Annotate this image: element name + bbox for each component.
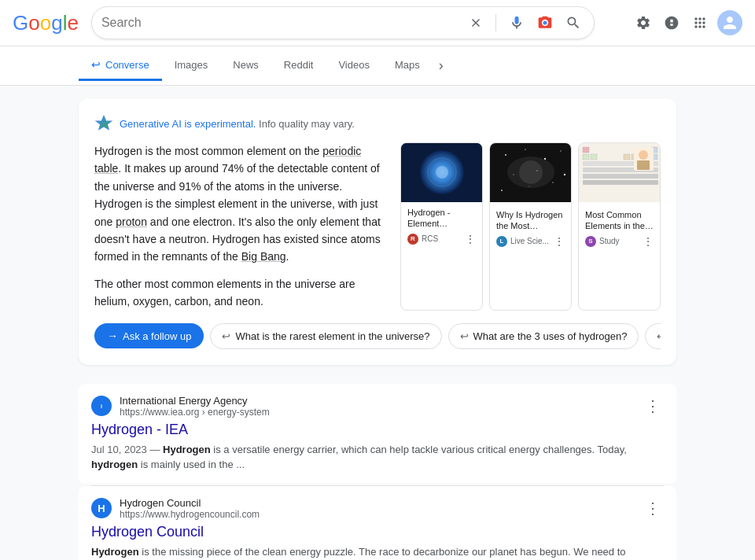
site-name-iea: International Energy Agency xyxy=(120,395,634,407)
result-item-hydrogen-council: H Hydrogen Council https://www.hydrogenc… xyxy=(79,486,676,560)
settings-button[interactable] xyxy=(632,12,654,34)
tab-maps-label: Maps xyxy=(395,59,420,71)
svg-text:i: i xyxy=(101,403,102,410)
ai-image-source-2: S Study ⋮ xyxy=(585,235,654,248)
svg-point-11 xyxy=(560,150,561,151)
apps-button[interactable] xyxy=(689,12,711,34)
source-menu-0[interactable]: ⋮ xyxy=(465,233,476,245)
svg-rect-32 xyxy=(583,174,658,179)
suggestion-2[interactable]: ↩ What are the 3 m xyxy=(645,323,661,349)
search-divider xyxy=(495,14,496,31)
ai-image-title-2: Most Common Elements in the Universe & o… xyxy=(585,209,654,232)
source-menu-1[interactable]: ⋮ xyxy=(554,235,565,248)
google-logo[interactable]: Google xyxy=(13,11,79,35)
proton-link[interactable]: proton xyxy=(116,216,147,228)
tab-reddit[interactable]: Reddit xyxy=(271,51,326,81)
svg-point-6 xyxy=(436,166,448,179)
ai-image-info-0: Hydrogen - Element information, p... R R… xyxy=(401,202,482,250)
google-search-button[interactable] xyxy=(562,12,584,34)
ai-text: Hydrogen is the most common element on t… xyxy=(94,142,385,311)
tab-converse-label: Converse xyxy=(105,59,149,71)
header-right xyxy=(632,10,742,35)
clear-button[interactable] xyxy=(466,13,486,33)
ai-spark-icon xyxy=(94,114,113,133)
result-source-info-hc: Hydrogen Council https://www.hydrogencou… xyxy=(120,497,634,520)
result-source-info-iea: International Energy Agency https://www.… xyxy=(120,395,634,418)
suggestion-arrow-2: ↩ xyxy=(657,330,661,342)
logo-g: G xyxy=(13,11,28,35)
tab-converse[interactable]: ↩ Converse xyxy=(79,50,162,81)
result-title-hc[interactable]: Hydrogen Council xyxy=(91,523,664,541)
arrow-icon: → xyxy=(107,330,118,342)
ai-header: Generative AI is experimental. Info qual… xyxy=(94,114,661,133)
result-snippet-iea: Jul 10, 2023 — Hydrogen is a versatile e… xyxy=(91,442,664,473)
favicon-hc: H xyxy=(91,498,112,518)
source-name-1: Live Scie... xyxy=(510,237,549,245)
site-name-hc: Hydrogen Council xyxy=(120,497,634,509)
voice-search-button[interactable] xyxy=(506,12,528,34)
search-bar: what is the most common element on the p… xyxy=(91,6,595,39)
ai-image-title-1: Why Is Hydrogen the Most Commo... xyxy=(496,209,565,232)
source-dot-2: S xyxy=(585,236,596,247)
tab-images[interactable]: Images xyxy=(162,51,221,81)
source-menu-2[interactable]: ⋮ xyxy=(643,235,654,248)
svg-point-2 xyxy=(543,21,547,25)
ai-image-card-2[interactable]: Most Common Elements in the Universe & o… xyxy=(578,142,661,311)
logo-e: e xyxy=(67,11,78,35)
suggestion-arrow-0: ↩ xyxy=(222,330,230,342)
big-bang-link[interactable]: Big Bang xyxy=(241,250,286,263)
ai-image-source-0: R RCS ⋮ xyxy=(407,233,476,245)
image-search-button[interactable] xyxy=(534,12,556,34)
ai-images: Hydrogen - Element information, p... R R… xyxy=(400,142,661,311)
tab-videos-label: Videos xyxy=(338,59,370,71)
source-name-2: Study xyxy=(599,237,620,245)
result-title-iea[interactable]: Hydrogen - IEA xyxy=(91,421,664,439)
svg-rect-25 xyxy=(624,154,630,160)
logo-o2: o xyxy=(40,11,51,35)
converse-icon: ↩ xyxy=(91,58,101,71)
suggestion-0[interactable]: ↩ What is the rarest element in the univ… xyxy=(210,323,441,349)
search-icon-group xyxy=(466,12,584,34)
result-menu-iea[interactable]: ⋮ xyxy=(642,395,664,417)
result-snippet-hc: Hydrogen is the missing piece of the cle… xyxy=(91,544,664,560)
hydrogen-thumbnail xyxy=(401,143,482,202)
result-header-hc: H Hydrogen Council https://www.hydrogenc… xyxy=(91,497,664,520)
ai-experimental-link[interactable]: Generative AI is experimental. xyxy=(120,118,256,130)
ai-image-info-2: Most Common Elements in the Universe & o… xyxy=(579,204,660,252)
favicon-letter-hc: H xyxy=(98,503,105,514)
svg-rect-21 xyxy=(583,147,589,153)
more-tabs-button[interactable]: › xyxy=(433,50,450,82)
periodic-table-link[interactable]: periodic table xyxy=(94,145,361,175)
suggestion-1[interactable]: ↩ What are the 3 uses of hydrogen? xyxy=(448,323,639,349)
source-name-0: RCS xyxy=(422,234,438,243)
svg-rect-23 xyxy=(583,154,589,160)
user-avatar[interactable] xyxy=(717,10,742,35)
ai-overview: Generative AI is experimental. Info qual… xyxy=(79,98,676,365)
periodic-thumbnail xyxy=(579,143,660,204)
header: Google what is the most common element o… xyxy=(0,0,755,46)
favicon-iea: i xyxy=(91,396,112,416)
ai-image-source-1: L Live Scie... ⋮ xyxy=(496,235,565,248)
result-menu-hc[interactable]: ⋮ xyxy=(642,497,664,519)
ai-image-card-1[interactable]: Why Is Hydrogen the Most Commo... L Live… xyxy=(489,142,572,311)
svg-point-17 xyxy=(564,174,565,175)
ask-followup-button[interactable]: → Ask a follow up xyxy=(94,323,204,348)
result-header-iea: i International Energy Agency https://ww… xyxy=(91,395,664,418)
result-item-iea: i International Energy Agency https://ww… xyxy=(79,384,676,484)
search-input[interactable]: what is the most common element on the p… xyxy=(101,16,459,30)
search-results: i International Energy Agency https://ww… xyxy=(79,378,676,560)
tab-images-label: Images xyxy=(175,59,208,71)
ai-image-card-0[interactable]: Hydrogen - Element information, p... R R… xyxy=(400,142,483,311)
ai-body: Hydrogen is the most common element on t… xyxy=(94,142,661,311)
tab-news[interactable]: News xyxy=(220,51,271,81)
svg-rect-36 xyxy=(637,160,650,170)
svg-point-14 xyxy=(552,182,554,183)
svg-point-19 xyxy=(519,160,543,184)
svg-point-8 xyxy=(505,154,506,156)
tab-videos[interactable]: Videos xyxy=(326,51,382,81)
followup-row: → Ask a follow up ↩ What is the rarest e… xyxy=(94,323,661,349)
tab-maps[interactable]: Maps xyxy=(382,51,433,81)
svg-rect-24 xyxy=(591,154,597,160)
source-dot-0: R xyxy=(407,234,418,245)
google-account-button[interactable] xyxy=(661,12,683,34)
